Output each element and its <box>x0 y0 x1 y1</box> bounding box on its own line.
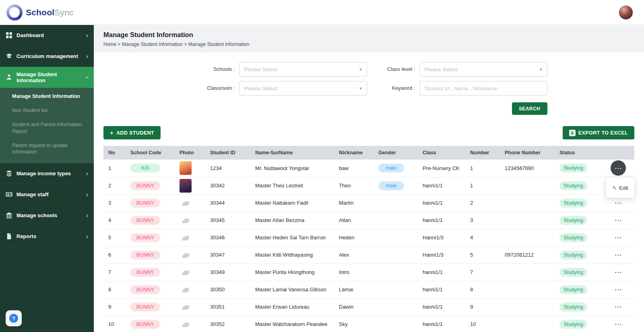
cell-photo <box>175 229 205 246</box>
row-actions-button[interactable]: ⋯ <box>611 282 626 297</box>
sidebar-item-reports[interactable]: Reports › <box>0 226 94 247</box>
header-photo: Photo <box>175 146 205 160</box>
header-phone: Phone Number <box>500 146 555 160</box>
row-actions-button[interactable]: ⋯ <box>611 160 626 176</box>
school-code-badge: BUNNY <box>130 285 160 294</box>
table-toolbar: + ADD STUDENT X EXPORT TO EXCEL <box>94 126 644 139</box>
keyword-input[interactable] <box>419 81 547 95</box>
cell-school-code: BUNNY <box>126 281 175 298</box>
sidebar-item-label: Manage staff <box>17 191 48 197</box>
cell-phone: 0972081212 <box>500 246 555 264</box>
cell-nickname: Theo <box>334 177 374 194</box>
cell-gender <box>374 281 418 298</box>
submenu-item-parent-request-update[interactable]: Parent request to update information <box>0 139 94 160</box>
chevron-down-icon: ▾ <box>540 67 542 72</box>
school-code-badge: KIS <box>130 164 160 172</box>
row-actions-button[interactable]: ⋯ <box>611 265 626 280</box>
status-badge: Studying <box>559 164 587 172</box>
help-button[interactable]: ? <box>6 310 22 326</box>
cell-nickname: Atlan <box>334 212 374 229</box>
edit-menu-item[interactable]: Edit <box>619 185 628 191</box>
cell-name: Master Nattakarn Fadil <box>250 194 334 212</box>
student-photo <box>180 161 192 175</box>
add-student-button[interactable]: + ADD STUDENT <box>103 126 161 139</box>
sidebar-item-manage-schools[interactable]: Manage schools › <box>0 205 94 226</box>
classroom-select[interactable]: Please Select ▾ <box>239 81 367 95</box>
cell-photo <box>175 246 205 264</box>
cell-no: 3 <box>103 194 126 212</box>
cell-photo <box>175 281 205 298</box>
student-photo <box>180 179 192 193</box>
class-level-select[interactable]: Please Select ▾ <box>419 62 547 77</box>
brand-name-bold: School <box>26 8 54 17</box>
cell-school-code: BUNNY <box>126 212 175 229</box>
row-actions-button[interactable]: ⋯ <box>611 230 626 245</box>
sidebar-item-label: Curriculum management <box>17 53 78 59</box>
cell-class: Hanni1/3 <box>418 246 465 264</box>
cell-photo <box>175 177 205 194</box>
cell-nickname: Dawin <box>334 298 374 315</box>
search-button[interactable]: SEARCH <box>512 102 547 115</box>
cell-photo <box>175 264 205 281</box>
brand-name-light: Sync <box>54 8 74 17</box>
school-code-badge: BUNNY <box>130 320 160 329</box>
gender-badge: male <box>378 164 404 172</box>
cell-student-id: 30344 <box>205 194 250 212</box>
export-excel-label: EXPORT TO EXCEL <box>578 130 628 136</box>
row-action-menu: ✎ Edit <box>606 178 634 198</box>
table-row: 2BUNNY30342Master Theo LestreitTheomaleh… <box>103 177 634 194</box>
row-actions-button[interactable]: ⋯ <box>611 213 626 228</box>
cell-no: 7 <box>103 264 126 281</box>
gender-badge: male <box>378 181 404 190</box>
submenu-item-manage-student-information[interactable]: Manage Student Information <box>0 89 94 104</box>
brand-name: SchoolSync <box>26 8 74 17</box>
filter-panel: Schools : Please Select ▾ Class level : … <box>94 52 644 115</box>
cell-status: Studying <box>555 212 602 229</box>
cell-nickname: Lamai <box>334 281 374 298</box>
sidebar-item-income-types[interactable]: Manage income types › <box>0 163 94 184</box>
header-status: Status <box>555 146 602 160</box>
cell-name: Master Atlan Bezzina <box>250 212 334 229</box>
cell-status: Studying <box>555 229 602 246</box>
photo-placeholder-icon <box>180 249 192 261</box>
sidebar-item-dashboard[interactable]: Dashboard › <box>0 25 94 46</box>
export-excel-button[interactable]: X EXPORT TO EXCEL <box>563 126 634 139</box>
cell-name: Master Theo Lestreit <box>250 177 334 194</box>
photo-placeholder-icon <box>180 284 192 296</box>
cell-gender: male <box>374 160 418 177</box>
cell-class: Pre-Nursery CK <box>418 160 465 177</box>
user-avatar[interactable] <box>618 5 634 20</box>
row-actions-button[interactable]: ⋯ <box>611 317 626 332</box>
table-row: 6BUNNY30347Master Kitti WitthayasingAlex… <box>103 246 634 264</box>
submenu-item-non-student-list[interactable]: Non Student list <box>0 104 94 118</box>
brand-logo[interactable]: SchoolSync <box>6 4 74 21</box>
cell-school-code: BUNNY <box>126 298 175 315</box>
cell-phone: 1234567890 <box>500 160 555 177</box>
cell-status: Studying <box>555 281 602 298</box>
cell-student-id: 30351 <box>205 298 250 315</box>
topbar: SchoolSync <box>0 0 644 25</box>
cell-student-id: 30349 <box>205 264 250 281</box>
schools-select[interactable]: Please Select ▾ <box>239 62 367 77</box>
cell-class: hanni1/1 <box>418 212 465 229</box>
sidebar-item-manage-students[interactable]: Manage Student Information › <box>0 67 94 88</box>
cell-actions: ⋯ <box>602 246 634 264</box>
chevron-right-icon: › <box>86 191 88 198</box>
table-row: 4BUNNY30345Master Atlan BezzinaAtlanhann… <box>103 212 634 229</box>
status-badge: Studying <box>559 268 587 277</box>
row-actions-button[interactable]: ⋯ <box>611 247 626 263</box>
sidebar-item-curriculum[interactable]: Curriculum management › <box>0 46 94 67</box>
row-actions-button[interactable]: ⋯ <box>611 299 626 315</box>
header-actions <box>602 146 634 160</box>
school-code-badge: BUNNY <box>130 251 160 259</box>
table-row: 1KIS1234Mr. Nuttawoot YongstarbawmalePre… <box>103 160 634 177</box>
cell-name: Master Heden Sai Tarn Barron <box>250 229 334 246</box>
dashboard-icon <box>6 32 12 39</box>
cell-no: 6 <box>103 246 126 264</box>
cell-no: 9 <box>103 298 126 315</box>
cell-phone <box>500 212 555 229</box>
submenu-item-student-parent-report[interactable]: Student and Parent Information Report <box>0 118 94 139</box>
classroom-label: Classroom : <box>191 81 239 95</box>
sidebar-item-label: Reports <box>17 233 36 239</box>
sidebar-item-manage-staff[interactable]: Manage staff › <box>0 184 94 205</box>
